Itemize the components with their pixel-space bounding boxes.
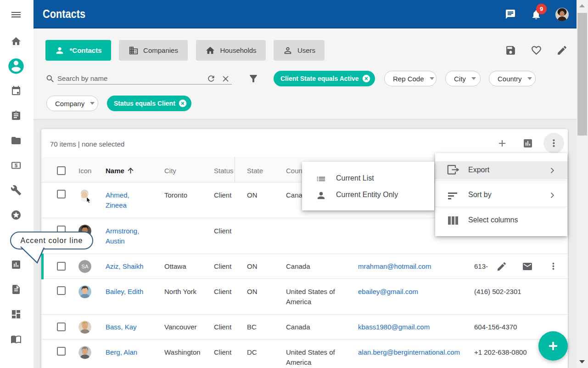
svg-text:$: $ — [15, 163, 17, 168]
svg-text:SA: SA — [82, 264, 89, 269]
